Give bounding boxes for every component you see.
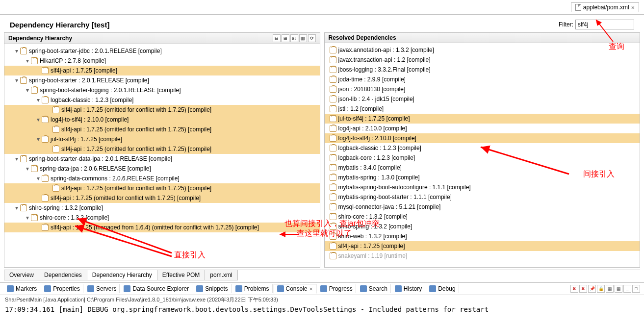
close-icon[interactable]: ✕	[309, 285, 313, 292]
view-servers[interactable]: Servers	[84, 284, 120, 293]
list-item[interactable]: shiro-core : 1.3.2 [compile]	[325, 212, 640, 222]
list-item[interactable]: jboss-logging : 3.3.2.Final [compile]	[325, 65, 640, 75]
view-data-source-explorer[interactable]: Data Source Explorer	[121, 284, 192, 293]
tree-row[interactable]: ▾shiro-spring : 1.3.2 [compile]	[4, 203, 320, 213]
view-markers[interactable]: Markers	[4, 284, 40, 293]
list-item[interactable]: jul-to-slf4j : 1.7.25 [compile]	[325, 114, 640, 124]
snippets-icon	[196, 285, 203, 292]
view-label: Markers	[16, 285, 37, 292]
jar-icon	[330, 223, 336, 230]
jar-icon	[52, 146, 59, 152]
open-console-icon[interactable]: ▦	[615, 285, 622, 293]
page-title: Dependency Hierarchy [test]	[10, 21, 109, 29]
list-item[interactable]: javax.annotation-api : 1.3.2 [compile]	[325, 45, 640, 55]
pin-icon[interactable]: 📌	[588, 285, 596, 293]
remove-icon[interactable]: ✖	[570, 285, 578, 293]
maximize-icon[interactable]: □	[632, 285, 640, 293]
list-item[interactable]: mybatis : 3.4.0 [compile]	[325, 163, 640, 173]
view-progress[interactable]: Progress	[317, 284, 356, 293]
twisty-icon[interactable]: ▾	[35, 136, 42, 143]
twisty-icon[interactable]: ▾	[24, 57, 31, 64]
tree-row[interactable]: ▾spring-data-jpa : 2.0.6.RELEASE [compil…	[4, 164, 320, 174]
tree-row[interactable]: ▾spring-boot-starter-jdbc : 2.0.1.RELEAS…	[4, 46, 320, 56]
sort-icon[interactable]: a↓	[290, 34, 298, 42]
view-history[interactable]: History	[392, 284, 425, 293]
list-item[interactable]: mybatis-spring-boot-autoconfigure : 1.1.…	[325, 182, 640, 192]
twisty-icon[interactable]: ▾	[35, 175, 42, 182]
dependency-tree[interactable]: ▾spring-boot-starter-jdbc : 2.0.1.RELEAS…	[4, 44, 320, 267]
tree-row[interactable]: ▾shiro-core : 1.3.2 [compile]	[4, 213, 320, 223]
list-item[interactable]: mysql-connector-java : 5.1.21 [compile]	[325, 202, 640, 212]
tree-row[interactable]: ▾spring-boot-starter-data-jpa : 2.0.1.RE…	[4, 154, 320, 164]
list-item[interactable]: shiro-spring : 1.3.2 [compile]	[325, 222, 640, 231]
tree-row[interactable]: ▾log4j-to-slf4j : 2.10.0 [compile]	[4, 115, 320, 125]
twisty-icon[interactable]: ▾	[13, 155, 20, 162]
view-snippets[interactable]: Snippets	[193, 284, 232, 293]
list-item[interactable]: javax.transaction-api : 1.2 [compile]	[325, 55, 640, 65]
filter-input[interactable]	[575, 20, 634, 29]
list-item[interactable]: shiro-web : 1.3.2 [compile]	[325, 231, 640, 241]
twisty-icon[interactable]: ▾	[35, 116, 42, 123]
tab-pom.xml[interactable]: pom.xml	[205, 270, 237, 280]
tree-row[interactable]: ▾logback-classic : 1.2.3 [compile]	[4, 95, 320, 105]
twisty-icon[interactable]: ▾	[24, 214, 31, 221]
list-item[interactable]: log4j-to-slf4j : 2.10.0 [compile]	[325, 133, 640, 143]
twisty-icon[interactable]: ▾	[13, 204, 20, 211]
view-properties[interactable]: Properties	[41, 284, 83, 293]
jar-icon	[330, 174, 336, 181]
twisty-icon[interactable]: ▾	[13, 77, 20, 84]
tree-row[interactable]: ▾spring-boot-starter-logging : 2.0.1.REL…	[4, 85, 320, 95]
view-label: Properties	[53, 285, 80, 292]
close-icon[interactable]: ✕	[631, 4, 635, 11]
view-search[interactable]: Search	[357, 284, 391, 293]
list-item[interactable]: logback-classic : 1.2.3 [compile]	[325, 143, 640, 153]
show-console-icon[interactable]: ▦	[606, 285, 614, 293]
tree-row[interactable]: slf4j-api : 1.7.25 (omitted for conflict…	[4, 183, 320, 193]
twisty-icon[interactable]: ▾	[24, 165, 31, 172]
jar-icon	[330, 164, 336, 171]
list-item[interactable]: mybatis-spring-boot-starter : 1.1.1 [com…	[325, 192, 640, 202]
tab-effective-pom[interactable]: Effective POM	[157, 270, 205, 280]
list-item[interactable]: logback-core : 1.2.3 [compile]	[325, 153, 640, 163]
editor-tab[interactable]: applebai/pom.xml ✕	[571, 2, 639, 12]
twisty-icon[interactable]: ▾	[35, 97, 42, 103]
list-item[interactable]: jstl : 1.2 [compile]	[325, 104, 640, 114]
list-item[interactable]: slf4j-api : 1.7.25 [compile]	[325, 241, 640, 251]
resolved-list[interactable]: javax.annotation-api : 1.3.2 [compile]ja…	[325, 43, 640, 267]
minimize-icon[interactable]: _	[623, 285, 631, 293]
twisty-icon[interactable]: ▾	[24, 87, 31, 94]
tab-overview[interactable]: Overview	[4, 270, 39, 280]
tree-row[interactable]: ▾jul-to-slf4j : 1.7.25 [compile]	[4, 134, 320, 144]
expand-all-icon[interactable]: ⊞	[282, 34, 289, 42]
servers-icon	[87, 285, 94, 292]
view-debug[interactable]: Debug	[426, 284, 459, 293]
resolved-dependencies-panel: Resolved Dependencies javax.annotation-a…	[324, 32, 641, 268]
tree-row[interactable]: slf4j-api : 1.7.25 (omitted for conflict…	[4, 125, 320, 134]
tree-row[interactable]: slf4j-api : 1.7.25 (omitted for conflict…	[4, 144, 320, 154]
tree-row[interactable]: slf4j-api : 1.7.25 (managed from 1.6.4) …	[4, 223, 320, 232]
properties-icon	[44, 285, 51, 292]
collapse-all-icon[interactable]: ⊟	[273, 34, 281, 42]
tree-row[interactable]: slf4j-api : 1.7.25 [compile]	[4, 66, 320, 75]
list-item[interactable]: joda-time : 2.9.9 [compile]	[325, 75, 640, 84]
filter-icon[interactable]: ▥	[299, 34, 307, 42]
tree-row[interactable]: ▾spring-data-commons : 2.0.6.RELEASE [co…	[4, 174, 320, 183]
list-item[interactable]: snakeyaml : 1.19 [runtime]	[325, 251, 640, 261]
tab-dependencies[interactable]: Dependencies	[39, 270, 87, 280]
view-console[interactable]: Console✕	[274, 284, 316, 294]
refresh-icon[interactable]: ⟳	[308, 34, 316, 42]
tree-row[interactable]: ▾HikariCP : 2.7.8 [compile]	[4, 56, 320, 66]
list-item[interactable]: log4j-api : 2.10.0 [compile]	[325, 124, 640, 133]
twisty-icon[interactable]: ▾	[13, 48, 20, 54]
tree-row[interactable]: ▾spring-boot-starter : 2.0.1.RELEASE [co…	[4, 75, 320, 85]
view-problems[interactable]: Problems	[232, 284, 273, 293]
views-toolbar: ✖ ✖ 📌 🔒 ▦ ▦ _ □	[570, 285, 640, 293]
tree-row[interactable]: slf4j-api : 1.7.25 (omitted for conflict…	[4, 105, 320, 115]
list-item[interactable]: json : 20180130 [compile]	[325, 84, 640, 94]
list-item[interactable]: json-lib : 2.4 - jdk15 [compile]	[325, 94, 640, 104]
tree-row[interactable]: slf4j-api : 1.7.25 (omitted for conflict…	[4, 193, 320, 203]
list-item[interactable]: mybatis-spring : 1.3.0 [compile]	[325, 173, 640, 182]
scroll-lock-icon[interactable]: 🔒	[597, 285, 605, 293]
tab-dependency-hierarchy[interactable]: Dependency Hierarchy	[87, 270, 157, 280]
remove-all-icon[interactable]: ✖	[579, 285, 587, 293]
